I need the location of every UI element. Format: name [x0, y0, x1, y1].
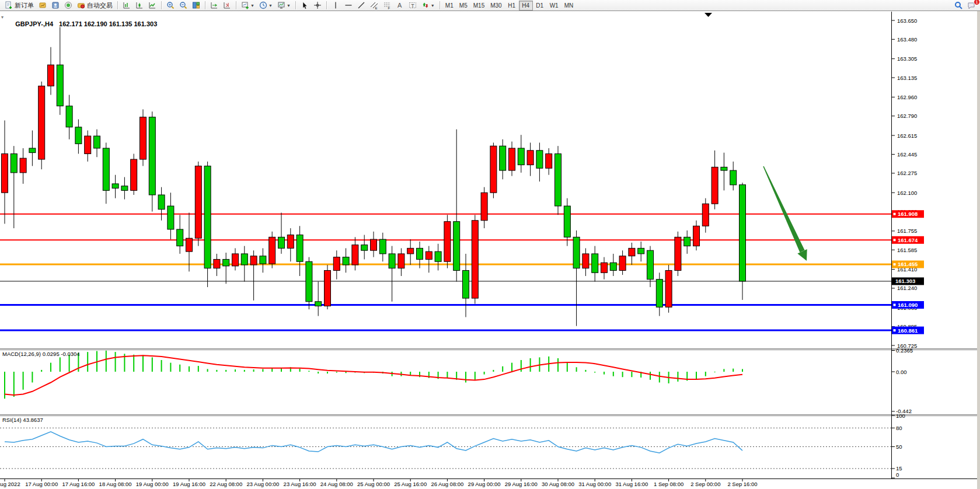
- candle-body: [57, 65, 63, 106]
- candle-body: [112, 184, 118, 188]
- macd-histogram-bar: [447, 372, 448, 378]
- candle-body: [684, 237, 690, 246]
- time-tick-label: 31 Aug 00:00: [578, 481, 611, 487]
- candle-body: [463, 270, 469, 298]
- chat-button[interactable]: 1: [965, 1, 978, 11]
- macd-histogram-bar: [696, 372, 697, 379]
- line-chart-button[interactable]: [146, 1, 159, 11]
- timeframe-d1[interactable]: D1: [533, 1, 547, 11]
- macd-histogram-bar: [327, 372, 328, 373]
- market-watch-button[interactable]: [36, 1, 49, 11]
- title-expander-icon[interactable]: ▾: [1, 15, 4, 20]
- macd-histogram-bar: [179, 365, 180, 372]
- candle-body: [601, 263, 608, 273]
- text-button[interactable]: [393, 1, 406, 11]
- macd-histogram-bar: [262, 369, 263, 372]
- candle-body: [103, 148, 109, 190]
- navigator-button[interactable]: [49, 1, 62, 11]
- candle-body: [675, 237, 681, 270]
- rsi-tick-label: 50: [896, 443, 902, 450]
- trendline-button[interactable]: [355, 1, 368, 11]
- macd-tick-label: 0.00: [896, 369, 907, 375]
- candle-body: [186, 238, 193, 252]
- zoom-out-button[interactable]: [177, 1, 190, 11]
- zoom-out-icon: [179, 1, 187, 9]
- text-label-button[interactable]: [406, 1, 419, 11]
- text-a-icon: [396, 1, 404, 9]
- channel-button[interactable]: [368, 1, 381, 11]
- timeframe-h1[interactable]: H1: [505, 1, 519, 11]
- candle-body: [610, 263, 616, 270]
- macd-histogram-bar: [244, 370, 245, 372]
- macd-histogram-bar: [216, 370, 217, 372]
- chart-canvas[interactable]: 163.650163.480163.305163.135162.960162.7…: [0, 0, 980, 489]
- macd-histogram-bar: [87, 352, 88, 372]
- candle-body: [223, 259, 229, 266]
- periods-button[interactable]: ▼: [257, 1, 275, 11]
- macd-histogram-bar: [133, 355, 134, 372]
- tile-windows-button[interactable]: [190, 1, 203, 11]
- vline-icon: [332, 1, 340, 9]
- line-chart-icon: [148, 1, 156, 9]
- template-button[interactable]: ▼: [275, 1, 293, 11]
- timeframe-h4[interactable]: H4: [519, 1, 533, 11]
- toolbar-group: [298, 0, 324, 11]
- toolbar-group: ▼: [329, 0, 437, 11]
- hline-button[interactable]: [342, 1, 355, 11]
- timeframe-m30[interactable]: M30: [487, 1, 504, 11]
- timeframe-mn[interactable]: MN: [562, 1, 577, 11]
- bar-chart-button[interactable]: [120, 1, 133, 11]
- toolbar-separator: [326, 1, 327, 9]
- toolbar-group: [208, 0, 233, 11]
- macd-histogram-bar: [198, 366, 199, 372]
- time-axis[interactable]: 16 Aug 202217 Aug 00:0017 Aug 16:0018 Au…: [0, 479, 758, 487]
- rsi-tick-label: 15: [896, 465, 902, 471]
- candle-chart-button[interactable]: [133, 1, 146, 11]
- macd-histogram-bar: [604, 372, 605, 375]
- vline-button[interactable]: [329, 1, 342, 11]
- cursor-icon: [301, 1, 309, 9]
- timeframe-w1[interactable]: W1: [547, 1, 562, 11]
- candle-body: [546, 154, 552, 169]
- arrows-icon: [421, 1, 430, 9]
- time-tick-label: 2 Sep 16:00: [727, 481, 757, 487]
- macd-histogram-bar: [677, 372, 678, 382]
- price-tick-label: 161.585: [897, 247, 917, 253]
- macd-histogram-bar: [567, 363, 568, 372]
- candle-body: [555, 154, 562, 207]
- toolbar: 新订单自动交易▼▼▼▼M1M5M15M30H1H4D1W1MN1: [0, 0, 980, 11]
- price-tag-label: 160.861: [898, 327, 918, 334]
- macd-tick-label: 0.2365: [896, 347, 913, 354]
- search-button[interactable]: [952, 1, 965, 11]
- chart-shift-button[interactable]: [221, 1, 233, 11]
- zoom-in-button[interactable]: [164, 1, 177, 11]
- timeframe-m5[interactable]: M5: [456, 1, 470, 11]
- market-watch-icon: [39, 1, 47, 9]
- timeframe-m1[interactable]: M1: [442, 1, 456, 11]
- macd-histogram-bar: [170, 363, 171, 372]
- new-chart-button[interactable]: ▼: [239, 1, 257, 11]
- toolbar-separator: [161, 1, 162, 9]
- strategy-tester-icon: [64, 1, 72, 9]
- candle-body: [269, 237, 275, 264]
- candle-body: [665, 270, 672, 307]
- candle-body: [407, 248, 414, 254]
- fibonacci-button[interactable]: [381, 1, 393, 11]
- candle-body: [177, 229, 183, 246]
- arrows-button[interactable]: ▼: [419, 1, 437, 11]
- time-tick-label: 30 Aug 08:00: [542, 481, 574, 487]
- new-order-button[interactable]: 新订单: [2, 1, 36, 11]
- auto-trading-button[interactable]: 自动交易: [75, 1, 115, 11]
- new-order-icon: [5, 1, 13, 9]
- candle-body: [66, 106, 72, 127]
- auto-scroll-button[interactable]: [208, 1, 221, 11]
- timeframe-m15[interactable]: M15: [470, 1, 487, 11]
- price-tick-label: 161.240: [897, 285, 917, 291]
- cursor-button[interactable]: [298, 1, 311, 11]
- price-tick-label: 162.960: [897, 94, 917, 100]
- macd-histogram-bar: [659, 372, 660, 382]
- crosshair-button[interactable]: [311, 1, 324, 11]
- strategy-tester-button[interactable]: [62, 1, 75, 11]
- candle-body: [509, 148, 515, 170]
- candle-body: [11, 154, 17, 173]
